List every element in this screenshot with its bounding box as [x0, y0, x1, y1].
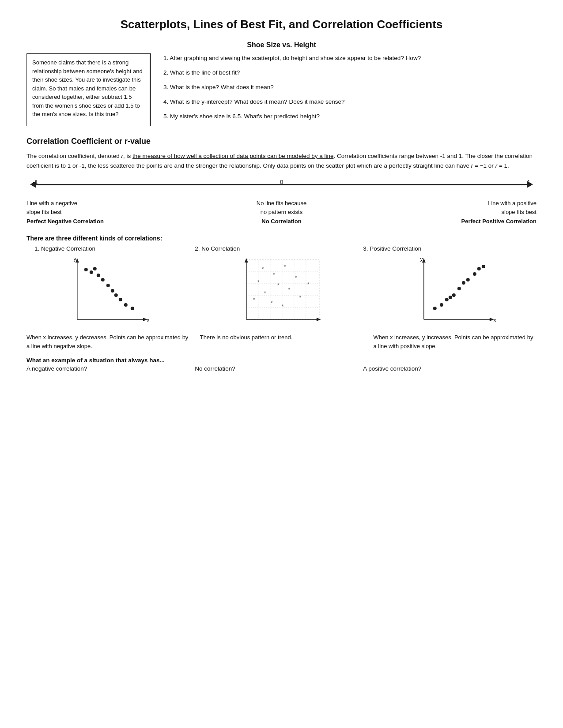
svg-point-10 [101, 278, 105, 281]
svg-point-14 [119, 298, 122, 301]
graph-nocorr-desc: There is no obvious pattern or trend. [200, 333, 363, 342]
svg-marker-29 [245, 258, 248, 263]
svg-point-60 [482, 265, 485, 268]
corr-desc-zero: No line fits becauseno pattern exists No… [200, 199, 363, 225]
svg-text:*: * [273, 272, 275, 278]
svg-point-13 [114, 293, 118, 297]
scatter-nocorr-svg: * * * * * * * * * * * * * [200, 255, 363, 330]
corr-desc-pos-bold: Perfect Positive Correlation [461, 218, 537, 225]
svg-text:*: * [271, 300, 273, 306]
corr-desc-zero-text: No line fits becauseno pattern exists [257, 200, 306, 215]
correlation-section-title: Correlation Coefficient or r-value [26, 137, 537, 146]
svg-point-56 [462, 281, 465, 285]
what-example-row: A negative correlation? No correlation? … [26, 365, 537, 372]
svg-text:x: x [147, 317, 150, 323]
example-none: No correlation? [195, 365, 363, 372]
corr-desc-neg-text: Line with a negativeslope fits best [26, 200, 77, 215]
shoe-scenario-box: Someone claims that there is a strong re… [26, 53, 150, 126]
graph-positive: y x When x increases, y increases. Point… [373, 255, 537, 351]
svg-point-54 [452, 293, 456, 297]
svg-text:*: * [307, 281, 310, 288]
graph-nocorr-canvas: * * * * * * * * * * * * * [200, 255, 363, 330]
shoe-title: Shoe Size vs. Height [26, 41, 537, 49]
kind-item-3: 3. Positive Correlation [363, 245, 531, 252]
main-title: Scatterplots, Lines of Best Fit, and Cor… [26, 18, 537, 31]
svg-point-55 [457, 287, 461, 290]
svg-text:*: * [253, 297, 255, 303]
graphs-row: y x When x increases, y decreases. Point… [26, 255, 537, 351]
svg-text:*: * [282, 304, 284, 310]
svg-point-53 [449, 296, 452, 299]
example-pos: A positive correlation? [363, 365, 531, 372]
svg-point-16 [131, 307, 134, 310]
svg-point-12 [111, 289, 114, 293]
svg-marker-30 [317, 318, 321, 321]
graph-negative: y x When x increases, y decreases. Point… [26, 255, 190, 351]
example-neg: A negative correlation? [26, 365, 195, 372]
nl-pos1-label: 1 [527, 179, 530, 185]
svg-text:*: * [262, 266, 264, 272]
corr-desc-zero-bold: No Correlation [261, 218, 301, 225]
shoe-q4: 4. What is the y-intercept? What does it… [163, 97, 537, 107]
svg-text:*: * [257, 279, 260, 285]
corr-desc-neg: Line with a negativeslope fits best Perf… [26, 199, 190, 225]
shoe-questions: 1. After graphing and viewing the scatte… [151, 53, 537, 126]
svg-point-58 [473, 272, 476, 276]
graph-negative-canvas: y x [26, 255, 190, 330]
svg-point-57 [466, 278, 470, 281]
what-example: What an example of a situation that alwa… [26, 357, 537, 372]
graph-pos-desc: When x increases, y increases. Points ca… [373, 333, 537, 351]
svg-point-15 [124, 303, 128, 307]
corr-desc-neg-bold: Perfect Negative Correlation [26, 218, 104, 225]
svg-point-7 [90, 270, 93, 274]
shoe-scenario-text: Someone claims that there is a strong re… [32, 59, 143, 117]
graph-neg-desc: When x increases, y decreases. Points ca… [26, 333, 190, 351]
three-kinds-title: There are three different kinds of corre… [26, 235, 537, 242]
svg-point-11 [106, 284, 110, 287]
corr-desc-pos-text: Line with a positiveslope fits best [488, 200, 537, 215]
nl-zero-label: 0 [280, 179, 283, 185]
svg-text:*: * [295, 275, 297, 281]
what-example-title: What an example of a situation that alwa… [26, 357, 537, 364]
corr-desc-pos: Line with a positiveslope fits best Perf… [373, 199, 537, 225]
kind-item-1: 1. Negative Correlation [26, 245, 195, 252]
svg-text:x: x [494, 317, 496, 323]
svg-text:*: * [284, 264, 286, 270]
svg-text:y: y [74, 256, 76, 262]
kind-item-2: 2. No Correlation [195, 245, 363, 252]
graph-no-corr: * * * * * * * * * * * * * There is no ob… [200, 255, 363, 342]
scatter-negative-svg: y x [26, 255, 190, 330]
shoe-q1: 1. After graphing and viewing the scatte… [163, 53, 537, 64]
svg-text:*: * [299, 295, 302, 301]
number-line-container: -1 0 1 [26, 179, 537, 195]
svg-text:y: y [420, 256, 423, 262]
svg-text:*: * [288, 287, 291, 293]
svg-point-8 [93, 267, 97, 270]
svg-point-50 [433, 307, 437, 310]
svg-text:*: * [277, 282, 280, 289]
corr-intro: The correlation coefficient, denoted r, … [26, 151, 537, 171]
shoe-section: Shoe Size vs. Height Someone claims that… [26, 41, 537, 126]
nl-neg1-label: -1 [33, 179, 38, 185]
shoe-q3: 3. What is the slope? What does it mean? [163, 83, 537, 93]
svg-point-59 [477, 267, 481, 270]
svg-point-9 [97, 274, 100, 277]
corr-desc-row: Line with a negativeslope fits best Perf… [26, 199, 537, 225]
svg-point-52 [445, 298, 449, 301]
shoe-q5: 5. My sister's shoe size is 6.5. What's … [163, 112, 537, 122]
svg-point-6 [84, 268, 88, 271]
graph-pos-canvas: y x [373, 255, 537, 330]
svg-rect-17 [246, 260, 319, 319]
scatter-pos-svg: y x [373, 255, 537, 330]
svg-text:*: * [264, 290, 266, 296]
svg-point-51 [440, 303, 443, 307]
shoe-q2: 2. What is the line of best fit? [163, 68, 537, 78]
